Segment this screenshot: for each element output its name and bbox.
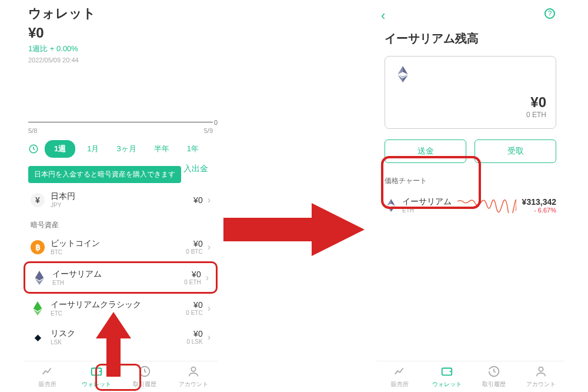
asset-name: イーサリアムクラシック [51,300,186,310]
card-balance-sub: 0 ETH [395,111,546,119]
nav-label: ウォレット [432,380,462,388]
chevron-right-icon: › [208,195,211,205]
chevron-right-icon: › [208,332,211,343]
svg-point-2 [191,367,195,371]
back-button[interactable]: ‹ [381,8,564,24]
history-icon [487,365,500,380]
deposit-withdraw-link[interactable]: 入出金 [183,164,208,174]
asset-sub: 0 BTC [186,248,202,255]
chevron-right-icon: › [208,242,211,253]
asset-row-btc[interactable]: ฿ビットコインBTC¥00 BTC› [24,232,218,261]
annotation-arrow-right [223,200,365,259]
asset-sub: 0 ETC [186,310,202,316]
receive-button[interactable]: 受取 [475,139,556,163]
period-1month[interactable]: 1月 [81,141,105,157]
chart-date-end: 5/9 [204,127,213,134]
week-change: 1週比 + 0.00% [28,44,218,54]
balance-card: ¥0 0 ETH [385,56,556,129]
nav-wallet[interactable]: ウォレット [423,361,470,392]
asset-name: 日本円 [51,191,193,202]
nav-chart[interactable]: 販売所 [376,361,423,392]
chart-date-axis: 5/8 5/9 [28,127,213,134]
price-value: ¥313,342 [522,197,556,207]
nav-label: 販売所 [391,380,409,388]
total-balance: ¥0 [28,25,218,41]
chart-icon [393,365,406,380]
asset-value: ¥0 [184,270,201,279]
yen-icon: ¥ [31,193,45,207]
period-halfyear[interactable]: 半年 [148,141,175,157]
chevron-right-icon: › [206,273,209,283]
nav-chart[interactable]: 販売所 [24,361,72,392]
asset-value: ¥0 [186,300,202,310]
timestamp: 2022/05/09 20:44 [28,57,218,64]
period-3month[interactable]: 3ヶ月 [111,141,142,157]
account-icon [534,365,547,380]
asset-ticker: JPY [51,202,193,208]
svg-point-4 [539,367,543,371]
nav-account[interactable]: アカウント [169,361,218,392]
nav-label: アカウント [179,380,208,388]
deposit-hint-tooltip: 日本円を入金すると暗号資産を購入できます [28,166,181,183]
asset-ticker: BTC [51,249,186,255]
nav-label: 取引履歴 [482,380,506,388]
asset-sub: 0 LSK [186,338,202,345]
annotation-arrow-up [96,312,131,377]
asset-sub: 0 ETH [184,279,201,285]
chart-icon [41,365,54,380]
period-1week[interactable]: 1週 [45,140,75,158]
period-selector: 1週 1月 3ヶ月 半年 1年 [28,140,213,158]
asset-name: ビットコイン [51,238,186,249]
lsk-icon: ◆ [31,330,45,344]
card-balance: ¥0 [395,94,546,111]
crypto-section-label: 暗号資産 [31,220,218,230]
etc-icon [31,301,45,315]
asset-row-eth[interactable]: イーサリアムETH¥00 ETH› [24,261,218,294]
bottom-nav: 販売所ウォレット取引履歴アカウント [376,361,564,392]
asset-row-jpy[interactable]: ¥ 日本円 JPY ¥0 › [24,185,218,214]
chevron-right-icon: › [208,303,211,314]
account-icon [187,365,200,380]
wallet-icon [440,365,453,380]
asset-name: イーサリアム [52,269,184,280]
btc-icon: ฿ [31,240,45,254]
asset-value: ¥0 [186,239,202,248]
asset-value: ¥0 [193,195,203,205]
nav-label: 販売所 [39,380,56,388]
period-1year[interactable]: 1年 [181,141,205,157]
eth-icon [32,271,46,285]
balance-chart: 0 [28,75,213,122]
chart-date-start: 5/8 [28,127,37,134]
page-title: ウォレット [28,5,218,22]
chart-zero-label: 0 [214,119,218,126]
nav-label: アカウント [526,380,556,388]
price-change: - 6.67% [522,207,556,214]
ethereum-icon [395,66,411,82]
nav-history[interactable]: 取引履歴 [470,361,517,392]
detail-title: イーサリアム残高 [385,31,564,46]
asset-ticker: ETH [52,280,184,286]
clock-icon [28,144,39,154]
annotation-send-highlight [381,156,481,209]
help-button[interactable]: ? [544,8,555,19]
asset-value: ¥0 [186,329,202,338]
nav-account[interactable]: アカウント [517,361,564,392]
